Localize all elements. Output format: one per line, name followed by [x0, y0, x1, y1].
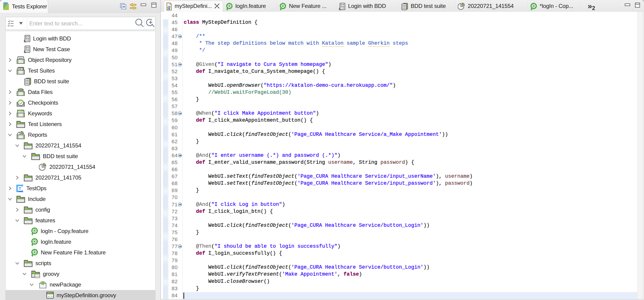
svg-text:g: g	[168, 3, 171, 10]
svg-text:T: T	[19, 187, 21, 191]
svg-text:</>: </>	[48, 295, 52, 298]
svg-text:</>: </>	[35, 275, 40, 278]
